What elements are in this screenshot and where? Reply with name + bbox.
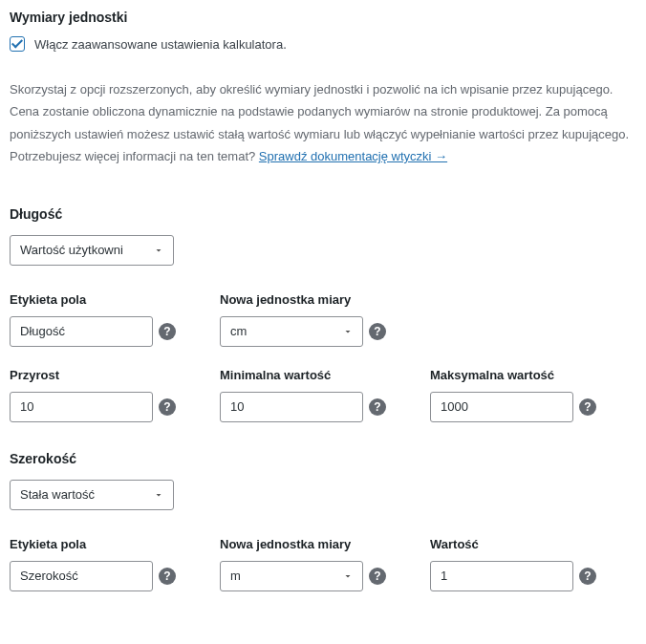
length-min-input[interactable]: [220, 392, 363, 422]
field-label: Nowa jednostka miary: [220, 537, 392, 551]
description-text: Skorzystaj z opcji rozszerzonych, aby ok…: [10, 78, 636, 168]
width-unit-select[interactable]: m: [220, 561, 363, 591]
help-icon[interactable]: ?: [369, 398, 386, 416]
length-label-group: Etykieta pola ?: [10, 292, 182, 347]
length-unit-select[interactable]: cm: [220, 316, 363, 347]
field-label: Wartość: [430, 537, 602, 551]
field-label: Przyrost: [10, 368, 182, 382]
width-value-group: Wartość ?: [430, 537, 602, 591]
field-label: Minimalna wartość: [220, 368, 392, 382]
documentation-link[interactable]: Sprawdź dokumentację wtyczki →: [259, 149, 447, 163]
length-label-input[interactable]: [10, 316, 153, 347]
width-mode-select[interactable]: Stała wartość: [10, 480, 174, 510]
length-fields-grid: Etykieta pola ? Nowa jednostka miary cm …: [10, 292, 636, 422]
length-unit-group: Nowa jednostka miary cm ?: [220, 292, 392, 347]
length-min-group: Minimalna wartość ?: [220, 368, 392, 422]
width-unit-group: Nowa jednostka miary m ?: [220, 537, 392, 591]
width-label-group: Etykieta pola ?: [10, 537, 182, 591]
length-heading: Długość: [10, 206, 636, 222]
field-label: Etykieta pola: [10, 292, 182, 307]
length-mode-select[interactable]: Wartość użytkowni: [10, 235, 174, 266]
section-title: Wymiary jednostki: [10, 10, 636, 25]
length-max-input[interactable]: [430, 392, 573, 422]
help-icon[interactable]: ?: [159, 323, 176, 340]
width-label-input[interactable]: [10, 561, 153, 591]
width-mode-wrapper: Stała wartość: [10, 480, 174, 510]
help-icon[interactable]: ?: [159, 568, 176, 585]
width-value-input[interactable]: [430, 561, 573, 591]
width-section: Szerokość Stała wartość Etykieta pola ? …: [10, 451, 636, 591]
advanced-settings-checkbox-row: Włącz zaawansowane ustawienia kalkulator…: [10, 36, 636, 52]
width-fields-grid: Etykieta pola ? Nowa jednostka miary m ?: [10, 537, 636, 591]
help-icon[interactable]: ?: [579, 398, 596, 416]
length-mode-wrapper: Wartość użytkowni: [10, 235, 174, 266]
help-icon[interactable]: ?: [579, 568, 596, 585]
field-label: Maksymalna wartość: [430, 368, 602, 382]
length-section: Długość Wartość użytkowni Etykieta pola …: [10, 206, 636, 422]
width-heading: Szerokość: [10, 451, 636, 466]
advanced-settings-checkbox[interactable]: [10, 36, 25, 52]
help-icon[interactable]: ?: [369, 568, 386, 585]
spacer: [430, 292, 602, 347]
help-icon[interactable]: ?: [369, 323, 386, 340]
length-max-group: Maksymalna wartość ?: [430, 368, 602, 422]
length-increment-input[interactable]: [10, 392, 153, 422]
help-icon[interactable]: ?: [159, 398, 176, 416]
length-increment-group: Przyrost ?: [10, 368, 182, 422]
advanced-settings-label: Włącz zaawansowane ustawienia kalkulator…: [34, 37, 287, 52]
field-label: Nowa jednostka miary: [220, 292, 392, 307]
field-label: Etykieta pola: [10, 537, 182, 551]
